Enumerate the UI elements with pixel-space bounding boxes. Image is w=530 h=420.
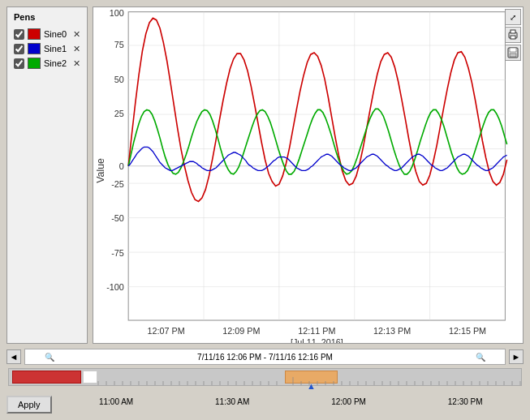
sine1-close-icon[interactable]: ✕ [73,44,80,54]
svg-text:0: 0 [119,161,124,171]
zoom-in-right-icon[interactable]: 🔍 [476,353,485,362]
nav-right-button[interactable]: ► [509,349,524,364]
svg-text:12:09 PM: 12:09 PM [222,326,260,336]
svg-text:-75: -75 [111,247,124,257]
sine0-close-icon[interactable]: ✕ [73,29,80,40]
chart-svg: 100 75 50 25 0 -25 -50 -75 -100 Value 12… [93,7,523,343]
sine2-label: Sine2 [44,58,70,68]
sine0-checkbox[interactable] [14,29,24,40]
tick-marks-svg [9,369,521,385]
sine1-color [28,43,41,54]
print-button[interactable] [505,27,521,43]
apply-button[interactable]: Apply [6,396,52,414]
time-nav: ◄ 🔍 7/11/16 12:06 PM - 7/11/16 12:16 PM … [6,349,524,365]
svg-text:-100: -100 [106,282,124,292]
legend-item-sine2: Sine2 ✕ [14,58,80,69]
svg-text:-50: -50 [111,213,124,223]
svg-text:[Jul 11, 2016]: [Jul 11, 2016] [291,337,343,343]
nav-left-button[interactable]: ◄ [6,349,21,364]
save-button[interactable] [505,45,521,61]
sine1-label: Sine1 [44,44,70,54]
svg-text:-25: -25 [111,178,124,188]
time-labels: 11:00 AM 11:30 AM 12:00 PM 12:30 PM [58,396,524,406]
svg-text:25: 25 [114,109,124,118]
sine2-close-icon[interactable]: ✕ [73,58,80,69]
time-range-text: 7/11/16 12:06 PM - 7/11/16 12:16 PM [197,353,333,362]
svg-text:12:13 PM: 12:13 PM [373,326,411,336]
svg-text:12:11 PM: 12:11 PM [298,326,335,336]
legend-item-sine1: Sine1 ✕ [14,43,80,54]
overview-scrollbar[interactable]: ▲ [8,368,522,386]
time-label-1130: 11:30 AM [215,397,249,406]
bottom-section: ◄ 🔍 7/11/16 12:06 PM - 7/11/16 12:16 PM … [6,349,524,414]
sine1-checkbox[interactable] [14,44,24,54]
svg-text:50: 50 [114,75,124,84]
chart-toolbar: ⤢ [505,9,521,61]
sine0-label: Sine0 [44,29,70,39]
chart-area: ⤢ [93,6,524,344]
expand-button[interactable]: ⤢ [505,9,521,25]
sine0-color [28,28,41,40]
bottom-controls: Apply 11:00 AM 11:30 AM 12:00 PM 12:30 P… [6,396,524,414]
zoom-in-left-icon[interactable]: 🔍 [45,353,54,362]
svg-text:100: 100 [110,8,124,18]
legend-item-sine0: Sine0 ✕ [14,28,80,40]
svg-text:75: 75 [114,40,124,49]
sine2-checkbox[interactable] [14,58,24,69]
apply-area: Apply [6,396,52,414]
svg-text:12:07 PM: 12:07 PM [148,326,185,336]
svg-text:Value: Value [95,158,106,183]
time-range-display: 🔍 7/11/16 12:06 PM - 7/11/16 12:16 PM 🔍 [24,349,506,365]
svg-rect-4 [510,48,516,52]
svg-rect-2 [511,36,515,39]
time-label-1230: 12:30 PM [448,397,483,406]
svg-rect-5 [510,54,516,57]
time-label-1200: 12:00 PM [331,397,366,406]
legend-title: Pens [14,12,80,22]
sine2-color [28,58,41,69]
svg-text:12:15 PM: 12:15 PM [449,326,486,336]
time-label-1100: 11:00 AM [99,397,133,406]
svg-rect-1 [511,30,515,33]
legend-panel: Pens Sine0 ✕ Sine1 ✕ Sine2 ✕ [6,6,88,344]
